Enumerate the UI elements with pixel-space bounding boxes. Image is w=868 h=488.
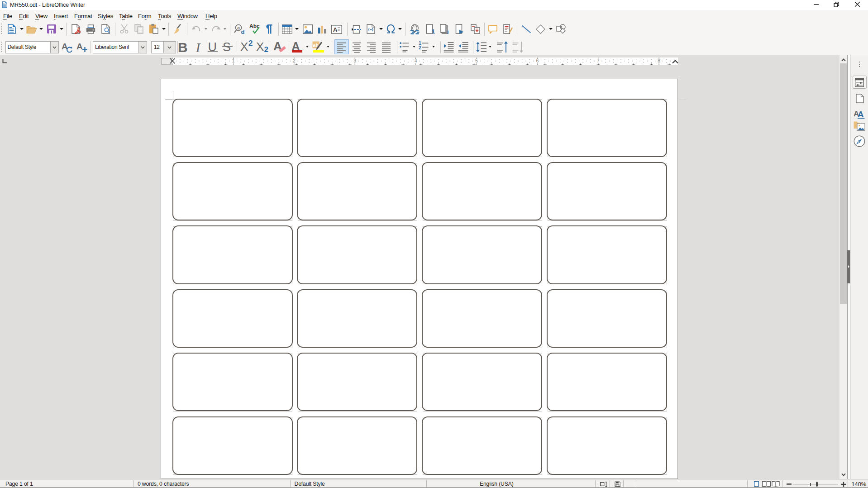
svg-text:2: 2 <box>292 58 295 63</box>
svg-text:d: d <box>241 29 245 35</box>
svg-text:a: a <box>237 25 240 30</box>
svg-text:1: 1 <box>432 28 435 34</box>
svg-text:A: A <box>76 42 83 51</box>
svg-text:A: A <box>858 110 864 119</box>
svg-text:A: A <box>333 26 338 33</box>
svg-text:8: 8 <box>658 58 660 63</box>
svg-text:6: 6 <box>536 58 539 63</box>
svg-text:4: 4 <box>414 58 417 63</box>
svg-text:3: 3 <box>353 58 356 63</box>
svg-text:i: i <box>447 29 449 34</box>
svg-text:5: 5 <box>475 58 478 63</box>
svg-text:1: 1 <box>232 58 234 63</box>
svg-text:7: 7 <box>596 58 599 63</box>
svg-text:2: 2 <box>419 45 421 50</box>
